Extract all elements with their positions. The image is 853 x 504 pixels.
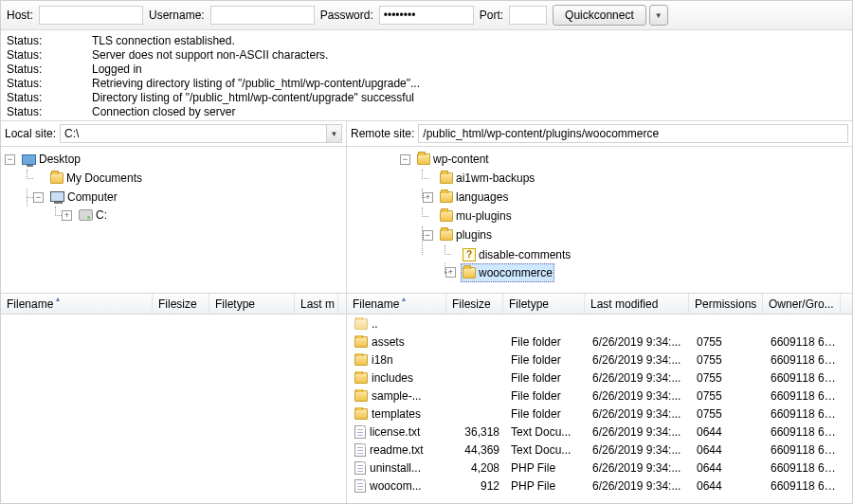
folder-icon xyxy=(354,336,368,348)
folder-icon xyxy=(50,172,64,184)
local-site-label: Local site: xyxy=(5,127,56,140)
log-message: TLS connection established. xyxy=(92,34,235,48)
tree-node-woocommerce[interactable]: woocommerce xyxy=(461,263,554,282)
expand-toggle[interactable]: − xyxy=(400,154,410,165)
username-label: Username: xyxy=(149,9,205,22)
tree-node-c-drive[interactable]: C: xyxy=(77,207,109,224)
folder-icon xyxy=(417,153,430,165)
password-input[interactable] xyxy=(379,6,474,25)
file-icon xyxy=(354,443,366,457)
expand-toggle[interactable]: − xyxy=(5,154,15,165)
remote-site-input[interactable] xyxy=(418,124,848,143)
tree-node-disable-comments[interactable]: ?disable-comments xyxy=(461,246,572,263)
folder-icon xyxy=(354,390,368,402)
log-label: Status: xyxy=(7,91,54,105)
expand-toggle[interactable]: − xyxy=(33,192,44,203)
local-site-dropdown[interactable]: ▼ xyxy=(327,124,342,143)
col-filetype[interactable]: Filetype xyxy=(503,294,585,314)
log-label: Status: xyxy=(7,77,54,91)
file-icon xyxy=(354,461,366,475)
log-message: Directory listing of "/public_html/wp-co… xyxy=(92,91,414,105)
expand-toggle[interactable]: + xyxy=(423,192,433,203)
log-label: Status: xyxy=(7,63,54,77)
drive-icon xyxy=(79,209,93,221)
col-lastmod[interactable]: Last modified xyxy=(585,294,689,314)
log-label: Status: xyxy=(7,34,54,48)
list-item[interactable]: assetsFile folder6/26/2019 9:34:...07556… xyxy=(347,333,852,351)
log-message: Connection closed by server xyxy=(92,105,235,119)
folder-icon xyxy=(354,372,368,384)
local-tree[interactable]: − Desktop My Documents − Computer + xyxy=(1,147,347,293)
desktop-icon xyxy=(22,154,36,165)
quickconnect-history-dropdown[interactable]: ▼ xyxy=(649,5,668,26)
quickconnect-bar: Host: Username: Password: Port: Quickcon… xyxy=(1,1,852,30)
folder-icon xyxy=(354,408,368,420)
remote-tree[interactable]: − wp-content ai1wm-backups + languages m… xyxy=(347,147,852,293)
folder-up-icon xyxy=(354,318,368,330)
col-filesize[interactable]: Filesize xyxy=(446,294,503,314)
username-input[interactable] xyxy=(210,6,315,25)
list-item[interactable]: license.txt36,318Text Docu...6/26/2019 9… xyxy=(347,423,852,441)
tree-node-mydocuments[interactable]: My Documents xyxy=(48,170,144,187)
local-file-list[interactable] xyxy=(1,315,346,503)
chevron-down-icon: ▼ xyxy=(331,130,338,138)
col-filename[interactable]: Filename▴ xyxy=(1,294,153,314)
remote-list-header: Filename▴ Filesize Filetype Last modifie… xyxy=(347,294,852,315)
sort-asc-icon: ▴ xyxy=(402,295,406,303)
log-label: Status: xyxy=(7,48,54,63)
host-input[interactable] xyxy=(39,6,143,25)
list-item[interactable]: includesFile folder6/26/2019 9:34:...075… xyxy=(347,369,852,387)
port-label: Port: xyxy=(480,9,503,22)
col-owner[interactable]: Owner/Gro... xyxy=(763,294,841,314)
expand-toggle[interactable]: − xyxy=(423,230,433,241)
list-item[interactable]: woocom...912PHP File6/26/2019 9:34:...06… xyxy=(347,477,852,495)
col-lastmod[interactable]: Last m xyxy=(295,294,338,314)
folder-icon xyxy=(354,354,368,366)
col-permissions[interactable]: Permissions xyxy=(689,294,763,314)
chevron-down-icon: ▼ xyxy=(655,11,662,20)
list-item[interactable]: uninstall...4,208PHP File6/26/2019 9:34:… xyxy=(347,459,852,477)
log-message: Server does not support non-ASCII charac… xyxy=(92,48,328,63)
remote-file-list[interactable]: ..assetsFile folder6/26/2019 9:34:...075… xyxy=(347,315,852,503)
remote-site-label: Remote site: xyxy=(351,127,414,140)
tree-node-desktop[interactable]: Desktop xyxy=(20,151,82,168)
folder-icon xyxy=(440,172,453,184)
folder-icon xyxy=(463,267,476,279)
password-label: Password: xyxy=(320,9,373,22)
local-site-input[interactable] xyxy=(60,124,327,143)
log-message: Logged in xyxy=(92,63,142,77)
host-label: Host: xyxy=(7,9,33,22)
list-item[interactable]: sample-...File folder6/26/2019 9:34:...0… xyxy=(347,387,852,405)
tree-node-mu-plugins[interactable]: mu-plugins xyxy=(438,207,514,225)
col-filesize[interactable]: Filesize xyxy=(153,294,209,314)
port-input[interactable] xyxy=(509,6,547,25)
col-filename[interactable]: Filename▴ xyxy=(347,294,446,314)
question-icon: ? xyxy=(463,248,476,261)
list-item[interactable]: readme.txt44,369Text Docu...6/26/2019 9:… xyxy=(347,441,852,459)
tree-node-languages[interactable]: languages xyxy=(438,189,510,206)
computer-icon xyxy=(50,191,64,202)
folder-icon xyxy=(440,229,453,241)
col-filetype[interactable]: Filetype xyxy=(209,294,295,314)
folder-icon xyxy=(440,191,453,203)
tree-node-ai1wm[interactable]: ai1wm-backups xyxy=(438,170,536,187)
expand-toggle[interactable]: + xyxy=(445,267,456,278)
log-message: Retrieving directory listing of "/public… xyxy=(92,77,420,91)
list-item[interactable]: .. xyxy=(347,315,852,333)
message-log[interactable]: Status:TLS connection established. Statu… xyxy=(1,30,852,121)
tree-node-computer[interactable]: Computer xyxy=(48,189,119,206)
tree-node-plugins[interactable]: plugins xyxy=(438,226,494,243)
list-item[interactable]: templatesFile folder6/26/2019 9:34:...07… xyxy=(347,405,852,423)
list-item[interactable]: i18nFile folder6/26/2019 9:34:...0755660… xyxy=(347,351,852,369)
file-icon xyxy=(354,425,366,439)
log-label: Status: xyxy=(7,105,54,119)
sort-asc-icon: ▴ xyxy=(56,295,60,303)
expand-toggle[interactable]: + xyxy=(62,210,72,221)
quickconnect-button[interactable]: Quickconnect xyxy=(553,5,646,26)
folder-icon xyxy=(440,210,453,222)
tree-node-wp-content[interactable]: wp-content xyxy=(415,151,491,168)
local-list-header: Filename▴ Filesize Filetype Last m xyxy=(1,294,346,315)
file-icon xyxy=(354,479,366,493)
